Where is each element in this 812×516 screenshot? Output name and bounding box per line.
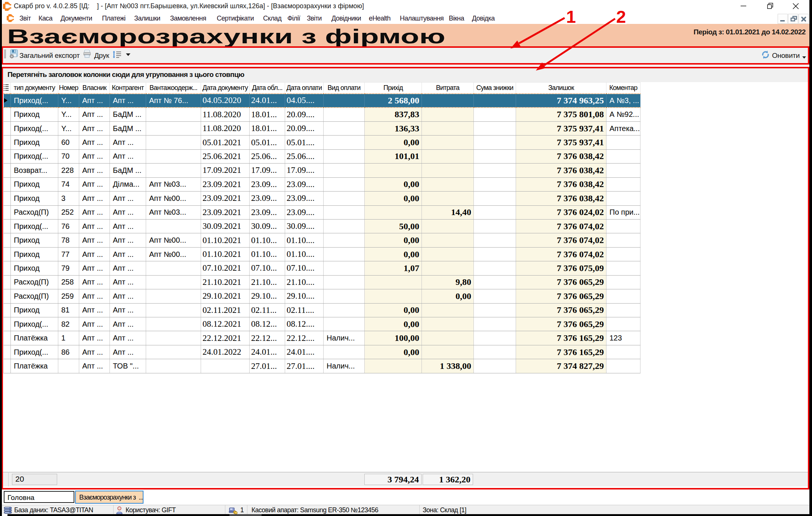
svg-text:1: 1 xyxy=(566,7,576,27)
svg-text:2: 2 xyxy=(616,7,626,27)
